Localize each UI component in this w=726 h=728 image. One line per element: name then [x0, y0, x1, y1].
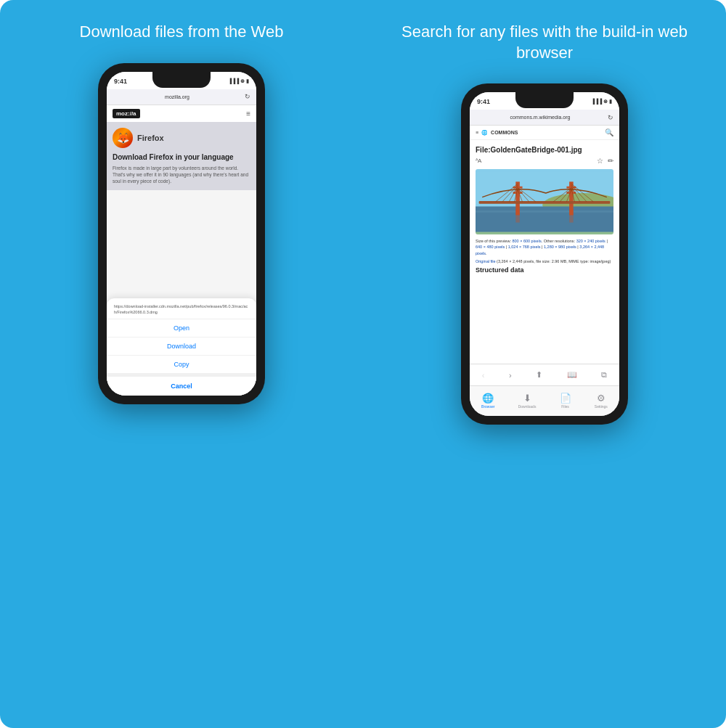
left-browser-bar[interactable]: mozilla.org ↻	[107, 89, 256, 105]
right-phone-screen: 9:41 ▐▐▐ ⊛ ▮ commons.m.wikimedia.org ↻ ≡…	[470, 92, 619, 416]
right-status-icons: ▐▐▐ ⊛ ▮	[591, 99, 612, 105]
browser-label: Browser	[481, 404, 494, 409]
svg-rect-26	[569, 209, 574, 222]
browser-icon: 🌐	[482, 393, 494, 404]
nav-downloads[interactable]: ⬇ Downloads	[518, 393, 537, 409]
firefox-hero: 🦊 Firefox Download Firefox in your langu…	[107, 122, 256, 190]
svg-rect-10	[479, 201, 611, 204]
downloads-icon: ⬇	[523, 393, 531, 404]
left-panel: Download files from the Web 9:41 ▐▐▐ ⊛ ▮…	[0, 0, 363, 728]
wiki-nav-left: ≡ 🌐 COMMONS	[476, 130, 518, 136]
share-icon[interactable]: ⬆	[536, 370, 542, 380]
download-popup: https://download-installer.cdn.mozilla.n…	[107, 298, 256, 395]
download-action[interactable]: Download	[107, 338, 256, 356]
left-phone-screen: 9:41 ▐▐▐ ⊛ ▮ mozilla.org ↻ moz://a ≡	[107, 72, 256, 396]
wiki-edit-icon[interactable]: ✏	[608, 157, 613, 165]
wiki-lang-icon[interactable]: ᴬA	[476, 158, 481, 164]
nav-settings[interactable]: ⚙ Settings	[595, 393, 608, 409]
left-panel-title: Download files from the Web	[80, 22, 284, 43]
firefox-body: Firefox is made in large part by volunte…	[113, 165, 250, 184]
right-status-time: 9:41	[477, 98, 490, 105]
firefox-headline: Download Firefox in your language	[113, 152, 250, 162]
copy-action[interactable]: Copy	[107, 356, 256, 374]
right-url: commons.m.wikimedia.org	[476, 115, 605, 120]
wiki-desc: Size of this preview: 800 × 600 pixels. …	[476, 238, 613, 256]
left-url: mozilla.org	[113, 94, 242, 99]
settings-label: Settings	[595, 404, 608, 409]
right-notch	[515, 92, 574, 108]
right-refresh-icon[interactable]: ↻	[608, 114, 613, 121]
wiki-title: File:GoldenGateBridge-001.jpg	[476, 146, 613, 154]
firefox-icon: 🦊	[113, 128, 133, 148]
left-screen-inner: 9:41 ▐▐▐ ⊛ ▮ mozilla.org ↻ moz://a ≡	[107, 72, 256, 362]
nav-files[interactable]: 📄 Files	[560, 393, 571, 409]
cancel-action[interactable]: Cancel	[107, 374, 256, 396]
nav-browser[interactable]: 🌐 Browser	[481, 393, 494, 409]
right-phone: 9:41 ▐▐▐ ⊛ ▮ commons.m.wikimedia.org ↻ ≡…	[461, 83, 628, 425]
search-icon[interactable]: 🔍	[605, 128, 613, 136]
wiki-structured: Structured data	[476, 266, 613, 274]
left-refresh-icon[interactable]: ↻	[245, 93, 250, 100]
mozilla-logo: moz://a	[113, 109, 140, 118]
hamburger-icon[interactable]: ≡	[246, 110, 250, 118]
files-label: Files	[561, 404, 569, 409]
browser-controls: ‹ › ⬆ 📖 ⧉	[470, 364, 619, 385]
firefox-logo-area: 🦊 Firefox	[113, 128, 250, 148]
bookmarks-icon[interactable]: 📖	[567, 370, 577, 380]
wiki-content: File:GoldenGateBridge-001.jpg ᴬA ☆ ✏	[470, 140, 619, 279]
tabs-icon[interactable]: ⧉	[601, 370, 607, 380]
back-icon[interactable]: ‹	[482, 371, 485, 380]
svg-rect-2	[476, 207, 613, 232]
right-panel: Search for any files with the build-in w…	[363, 0, 726, 728]
firefox-name: Firefox	[137, 134, 164, 142]
right-browser-bar[interactable]: commons.m.wikimedia.org ↻	[470, 110, 619, 126]
open-action[interactable]: Open	[107, 319, 256, 338]
commons-label: COMMONS	[491, 130, 518, 135]
download-url: https://download-installer.cdn.mozilla.n…	[107, 298, 256, 319]
firefox-top-bar: moz://a ≡	[107, 105, 256, 122]
settings-icon: ⚙	[597, 393, 605, 404]
downloads-label: Downloads	[518, 404, 537, 409]
forward-icon[interactable]: ›	[509, 371, 512, 380]
left-status-time: 9:41	[114, 78, 127, 85]
left-notch	[152, 72, 211, 88]
svg-rect-3	[476, 210, 613, 213]
hamburger-right-icon[interactable]: ≡	[476, 130, 478, 135]
wiki-star-icon[interactable]: ☆	[597, 157, 603, 165]
wiki-actions: ᴬA ☆ ✏	[476, 157, 613, 165]
wiki-nav: ≡ 🌐 COMMONS 🔍	[470, 126, 619, 140]
right-panel-title: Search for any files with the build-in w…	[378, 22, 711, 63]
commons-globe-icon: 🌐	[481, 130, 488, 136]
left-status-icons: ▐▐▐ ⊛ ▮	[228, 78, 249, 84]
svg-rect-25	[515, 209, 520, 222]
bottom-nav: 🌐 Browser ⬇ Downloads 📄 Files ⚙ Settings	[470, 385, 619, 416]
files-icon: 📄	[560, 393, 571, 404]
left-phone: 9:41 ▐▐▐ ⊛ ▮ mozilla.org ↻ moz://a ≡	[98, 63, 265, 404]
wiki-original: Original file (3,264 × 2,448 pixels, fil…	[476, 258, 613, 264]
wiki-image	[476, 169, 613, 234]
